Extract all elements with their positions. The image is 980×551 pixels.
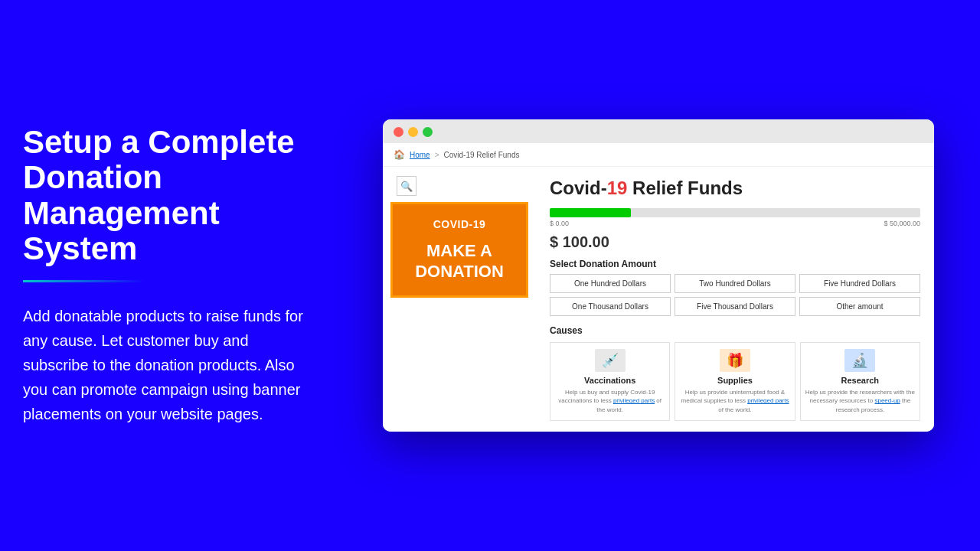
cause-desc-research: Help us provide the researchers with the… — [805, 388, 915, 414]
title-prefix: Covid- — [550, 178, 607, 198]
cause-img-supplies: 🎁 — [720, 349, 750, 372]
progress-bar-background — [550, 208, 920, 217]
cause-name-research: Research — [805, 376, 915, 385]
cause-card-supplies: 🎁 Supplies Help us provide uninterrupted… — [675, 342, 795, 421]
banner-cta: MAKE A DONATION — [400, 241, 518, 282]
page-body: 🔍 COVID-19 MAKE A DONATION Covid-19 Reli… — [383, 167, 934, 432]
cause-link-research[interactable]: speed-up — [874, 397, 900, 404]
home-icon: 🏠 — [394, 149, 405, 160]
browser-minimize-dot[interactable] — [408, 127, 418, 137]
progress-start-label: $ 0.00 — [550, 220, 569, 227]
left-panel: Setup a Complete Donation Management Sys… — [0, 94, 337, 457]
cause-name-supplies: Supplies — [680, 376, 789, 385]
progress-bar-container: $ 0.00 $ 50,000.00 — [550, 208, 920, 227]
progress-end-label: $ 50,000.00 — [884, 220, 920, 227]
browser-maximize-dot[interactable] — [423, 127, 433, 137]
breadcrumb: 🏠 Home > Covid-19 Relief Funds — [383, 143, 934, 167]
donation-btn-other[interactable]: Other amount — [799, 297, 920, 316]
donation-info-section: Covid-19 Relief Funds $ 0.00 $ 50,000.00 — [536, 167, 934, 432]
page-title: Covid-19 Relief Funds — [550, 178, 920, 199]
progress-labels: $ 0.00 $ 50,000.00 — [550, 220, 920, 227]
causes-label: Causes — [550, 325, 920, 336]
progress-bar-fill — [550, 208, 631, 217]
cause-img-research: 🔬 — [844, 349, 875, 372]
cause-link-vaccinations[interactable]: privileged parts — [613, 397, 655, 404]
description-text: Add donatable products to raise funds fo… — [23, 304, 314, 426]
breadcrumb-current-page: Covid-19 Relief Funds — [444, 151, 520, 159]
banner-label: COVID-19 — [400, 218, 518, 230]
cause-name-vaccinations: Vaccinations — [555, 376, 665, 385]
banner-section: 🔍 COVID-19 MAKE A DONATION — [383, 167, 536, 432]
causes-grid: 💉 Vaccinations Help us buy and supply Co… — [550, 342, 920, 421]
cause-card-research: 🔬 Research Help us provide the researche… — [800, 342, 920, 421]
browser-window: 🏠 Home > Covid-19 Relief Funds 🔍 COVID-1… — [383, 119, 934, 432]
browser-chrome — [383, 119, 934, 143]
main-title: Setup a Complete Donation Management Sys… — [23, 125, 314, 266]
cause-desc-supplies: Help us provide uninterrupted food & med… — [680, 388, 789, 414]
title-suffix: Relief Funds — [627, 178, 743, 198]
cause-card-vaccinations: 💉 Vaccinations Help us buy and supply Co… — [550, 342, 670, 421]
amount-display: $ 100.00 — [550, 233, 920, 251]
cause-link-supplies[interactable]: privileged parts — [747, 397, 789, 404]
donation-btn-5000[interactable]: Five Thousand Dollars — [675, 297, 795, 316]
donation-btn-200[interactable]: Two Hundred Dollars — [675, 274, 795, 293]
cause-desc-vaccinations: Help us buy and supply Covid-19 vaccinat… — [555, 388, 665, 414]
title-number: 19 — [607, 178, 628, 198]
cause-img-vaccinations: 💉 — [595, 349, 626, 372]
title-divider — [23, 280, 145, 282]
page-layout: 🏠 Home > Covid-19 Relief Funds 🔍 COVID-1… — [383, 143, 934, 432]
donation-btn-500[interactable]: Five Hundred Dollars — [799, 274, 920, 293]
right-panel: 🏠 Home > Covid-19 Relief Funds 🔍 COVID-1… — [337, 96, 980, 455]
select-amount-label: Select Donation Amount — [550, 259, 920, 269]
donation-buttons-grid: One Hundred Dollars Two Hundred Dollars … — [550, 274, 920, 316]
donation-btn-100[interactable]: One Hundred Dollars — [550, 274, 671, 293]
donation-banner: COVID-19 MAKE A DONATION — [390, 202, 528, 298]
breadcrumb-home-link[interactable]: Home — [410, 151, 430, 159]
breadcrumb-separator: > — [435, 151, 439, 159]
browser-close-dot[interactable] — [394, 127, 403, 137]
donation-btn-1000[interactable]: One Thousand Dollars — [550, 297, 671, 316]
magnify-button[interactable]: 🔍 — [397, 176, 416, 196]
